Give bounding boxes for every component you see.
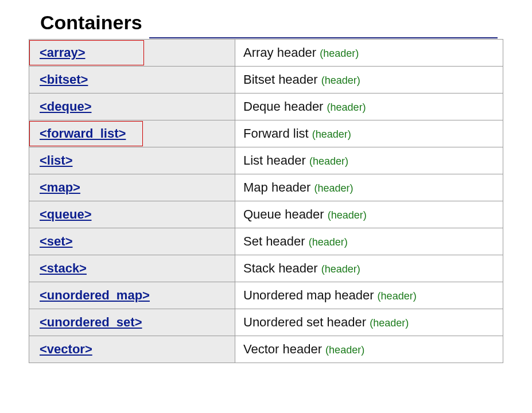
header-link-deque[interactable]: <deque>	[40, 99, 91, 114]
header-desc-cell: Set header (header)	[235, 228, 503, 255]
header-desc-cell: List header (header)	[235, 147, 503, 174]
header-link-vector[interactable]: <vector>	[40, 342, 92, 356]
header-tag: (header)	[370, 317, 409, 329]
header-name-cell: <queue>	[29, 201, 235, 228]
desc-text: Map header	[243, 180, 310, 194]
table-row: <forward_list> Forward list (header)	[29, 120, 503, 147]
header-link-array[interactable]: <array>	[40, 45, 86, 60]
header-name-cell: <unordered_set>	[29, 309, 235, 336]
highlighted-block: <unordered_map> Unordered map header (he…	[29, 282, 503, 336]
table-row: <vector> Vector header (header)	[29, 336, 503, 363]
table-row: <queue> Queue header (header)	[29, 201, 503, 228]
desc-text: Stack header	[243, 261, 318, 275]
header-tag: (header)	[321, 75, 360, 86]
header-name-cell: <unordered_map>	[29, 282, 235, 309]
table-row: <deque> Deque header (header)	[29, 93, 503, 120]
desc-text: Array header	[243, 45, 316, 60]
header-name-cell: <deque>	[29, 93, 235, 120]
header-link-list[interactable]: <list>	[40, 153, 72, 167]
table-row: <map> Map header (header)	[29, 174, 503, 201]
header-link-stack[interactable]: <stack>	[40, 261, 87, 275]
header-tag: (header)	[378, 290, 417, 302]
table-row: <stack> Stack header (header)	[29, 255, 503, 282]
header-tag: (header)	[327, 102, 366, 113]
header-name-cell: <forward_list>	[29, 120, 235, 147]
desc-text: Unordered map header	[243, 288, 374, 302]
header-desc-cell: Queue header (header)	[235, 201, 503, 228]
containers-table: <array> Array header (header) <bitset> B…	[29, 40, 503, 363]
header-tag: (header)	[325, 344, 364, 356]
table-row: <set> Set header (header)	[29, 228, 503, 255]
header-link-set[interactable]: <set>	[40, 234, 73, 248]
table-row: <array> Array header (header)	[29, 39, 503, 67]
desc-text: List header	[243, 153, 306, 167]
table-row: <unordered_map> Unordered map header (he…	[29, 282, 503, 309]
header-desc-cell: Unordered set header (header)	[235, 309, 503, 336]
header-tag: (header)	[309, 236, 348, 248]
desc-text: Set header	[243, 234, 305, 248]
header-desc-cell: Forward list (header)	[235, 120, 503, 147]
header-link-bitset[interactable]: <bitset>	[40, 72, 88, 87]
header-name-cell: <array>	[29, 40, 235, 66]
header-desc-cell: Deque header (header)	[235, 93, 503, 120]
header-desc-cell: Map header (header)	[235, 174, 503, 201]
header-desc-cell: Vector header (header)	[235, 336, 503, 363]
desc-text: Deque header	[243, 99, 323, 114]
desc-text: Unordered set header	[243, 315, 366, 329]
header-desc-cell: Array header (header)	[235, 40, 503, 66]
header-name-cell: <stack>	[29, 255, 235, 282]
header-name-cell: <list>	[29, 147, 235, 174]
desc-text: Queue header	[243, 207, 324, 221]
page-title: Containers	[40, 11, 503, 34]
header-tag: (header)	[309, 155, 348, 167]
title-underline	[149, 37, 498, 38]
header-link-map[interactable]: <map>	[40, 180, 80, 194]
table-row: <list> List header (header)	[29, 147, 503, 174]
header-link-unordered-set[interactable]: <unordered_set>	[40, 315, 142, 329]
header-link-unordered-map[interactable]: <unordered_map>	[40, 288, 150, 302]
header-link-forward-list[interactable]: <forward_list>	[40, 126, 126, 141]
header-desc-cell: Bitset header (header)	[235, 67, 503, 93]
desc-text: Vector header	[243, 342, 322, 356]
table-row: <unordered_set> Unordered set header (he…	[29, 309, 503, 336]
header-name-cell: <bitset>	[29, 67, 235, 93]
header-name-cell: <set>	[29, 228, 235, 255]
header-name-cell: <map>	[29, 174, 235, 201]
header-tag: (header)	[320, 48, 359, 59]
header-desc-cell: Stack header (header)	[235, 255, 503, 282]
desc-text: Bitset header	[243, 72, 318, 87]
header-tag: (header)	[328, 209, 367, 221]
desc-text: Forward list	[243, 126, 309, 141]
header-name-cell: <vector>	[29, 336, 235, 363]
header-tag: (header)	[321, 263, 360, 275]
table-row: <bitset> Bitset header (header)	[29, 66, 503, 93]
header-tag: (header)	[314, 182, 354, 194]
header-tag: (header)	[312, 128, 351, 140]
header-desc-cell: Unordered map header (header)	[235, 282, 503, 309]
header-link-queue[interactable]: <queue>	[40, 207, 91, 221]
